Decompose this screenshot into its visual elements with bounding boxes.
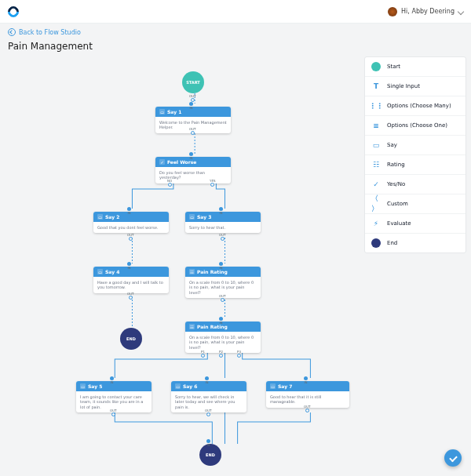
- node-title: Say 5: [88, 383, 102, 389]
- palette-glyph-icon: 〈 〉: [371, 199, 381, 209]
- port-in: IN: [219, 207, 223, 215]
- end-node-1[interactable]: END: [120, 328, 142, 350]
- port-out: OUT: [219, 233, 226, 241]
- node-title: Say 6: [183, 383, 197, 389]
- port-in: IN: [189, 102, 193, 110]
- port-no: NO: [167, 179, 172, 187]
- palette-label: Say: [387, 142, 397, 148]
- chevron-down-icon: [458, 8, 464, 14]
- say-icon: ▭: [97, 269, 103, 274]
- node-say2[interactable]: ▭Say 2 Good that you dont feel worse.: [93, 212, 169, 233]
- port-in: IN: [219, 317, 223, 325]
- palette-glyph-icon: ☷: [371, 160, 381, 169]
- palette-item-rating[interactable]: ☷Rating: [365, 155, 466, 175]
- say-icon: ▭: [80, 383, 86, 389]
- confirm-fab[interactable]: [444, 449, 462, 467]
- port-out: OUT: [189, 127, 196, 135]
- start-node[interactable]: START: [182, 71, 204, 93]
- node-say4[interactable]: ▭Say 4 Have a good day and I will talk t…: [93, 267, 169, 293]
- palette-label: End: [387, 240, 397, 246]
- back-link[interactable]: Back to Flow Studio: [0, 24, 471, 41]
- end-node-2[interactable]: END: [199, 444, 221, 466]
- port-out: OUT: [219, 294, 226, 302]
- say-icon: ▭: [189, 214, 195, 220]
- port-in: IN: [127, 207, 131, 215]
- node-body: Sorry to hear that.: [185, 222, 261, 233]
- port-in: IN: [127, 262, 131, 270]
- start-label: START: [186, 80, 200, 85]
- yesno-icon: ✓: [159, 159, 165, 165]
- palette-item-options-choose-one-[interactable]: ≡Options (Choose One): [365, 116, 466, 136]
- node-body: Have a good day and I will talk to you t…: [93, 277, 169, 293]
- palette-label: Evaluate: [387, 220, 411, 227]
- palette-item-options-choose-many-[interactable]: ⋮⋮Options (Choose Many): [365, 96, 466, 116]
- palette-item-evaluate[interactable]: ⚡Evaluate: [365, 214, 466, 234]
- node-pain-rating-2[interactable]: ☷Pain Rating On a scale from 0 to 10, wh…: [185, 322, 261, 353]
- node-say5[interactable]: ▭Say 5 I am going to contact your care t…: [76, 381, 152, 412]
- rating-icon: ☷: [189, 324, 195, 329]
- node-body: Good that you dont feel worse.: [93, 222, 169, 233]
- port-out: OUT: [205, 409, 212, 416]
- arrow-left-icon: [8, 28, 16, 36]
- palette-item-start[interactable]: Start: [365, 57, 466, 77]
- node-pain-rating-1[interactable]: ☷Pain Rating On a scale from 0 to 10, wh…: [185, 267, 261, 298]
- port-out: OUT: [127, 233, 134, 241]
- node-title: Pain Rating: [197, 269, 228, 274]
- node-title: Pain Rating: [197, 324, 228, 329]
- palette-item-yes-no[interactable]: ✓Yes/No: [365, 175, 466, 194]
- flow-canvas[interactable]: START OUT ▭Say 1 Welcome to the Pain Man…: [0, 52, 364, 476]
- palette-item-single-input[interactable]: TSingle Input: [365, 77, 466, 96]
- port-p1: P1: [201, 350, 205, 358]
- palette-label: Start: [387, 64, 400, 70]
- say-icon: ▭: [175, 383, 181, 389]
- node-title: Say 3: [197, 214, 211, 220]
- node-title: Say 1: [167, 109, 181, 114]
- palette-glyph-icon: ⚡: [371, 219, 381, 228]
- palette-glyph-icon: ▭: [371, 140, 381, 150]
- end-label: END: [206, 452, 215, 457]
- port-in: IN: [205, 376, 209, 384]
- node-body: On a scale from 0 to 10, where 0 is no p…: [185, 332, 261, 353]
- node-say3[interactable]: ▭Say 3 Sorry to hear that.: [185, 212, 261, 233]
- node-title: Feel Worse: [167, 159, 196, 165]
- say-icon: ▭: [159, 109, 165, 114]
- palette-label: Options (Choose Many): [387, 103, 451, 109]
- palette-label: Custom: [387, 201, 408, 207]
- port-in: IN: [189, 152, 193, 160]
- say-icon: ▭: [97, 214, 103, 220]
- palette-dot-icon: [371, 238, 381, 248]
- palette-glyph-icon: ≡: [371, 121, 381, 130]
- palette-dot-icon: [371, 62, 381, 71]
- say-icon: ▭: [270, 383, 276, 389]
- user-greeting: Hi, Abby Deering: [401, 8, 455, 15]
- app-logo: [5, 4, 21, 20]
- avatar: [388, 7, 397, 16]
- user-menu[interactable]: Hi, Abby Deering: [388, 7, 463, 16]
- port-out: OUT: [189, 94, 196, 102]
- palette-item-custom[interactable]: 〈 〉Custom: [365, 194, 466, 214]
- port-in: IN: [206, 439, 210, 447]
- end-label: END: [126, 336, 136, 341]
- palette-label: Rating: [387, 162, 405, 168]
- node-palette: StartTSingle Input⋮⋮Options (Choose Many…: [364, 56, 466, 253]
- palette-label: Options (Choose One): [387, 122, 447, 129]
- palette-label: Yes/No: [387, 181, 405, 187]
- palette-glyph-icon: ✓: [371, 180, 381, 189]
- palette-label: Single Input: [387, 83, 420, 89]
- port-in: IN: [304, 376, 308, 384]
- node-title: Say 7: [278, 383, 292, 389]
- palette-item-end[interactable]: End: [365, 234, 466, 253]
- port-in: IN: [219, 262, 223, 270]
- node-say6[interactable]: ▭Say 6 Sorry to hear, we will check in l…: [171, 381, 246, 412]
- page-title: Pain Management: [8, 41, 471, 52]
- node-title: Say 2: [105, 214, 119, 220]
- palette-glyph-icon: ⋮⋮: [371, 101, 381, 111]
- port-yes: YES: [210, 179, 216, 187]
- palette-item-say[interactable]: ▭Say: [365, 136, 466, 155]
- port-in: IN: [110, 376, 114, 384]
- node-title: Say 4: [105, 269, 119, 274]
- node-say7[interactable]: ▭Say 7 Good to hear that it is still man…: [266, 381, 349, 408]
- port-p3: P3: [237, 350, 241, 358]
- palette-glyph-icon: T: [371, 82, 381, 91]
- top-bar: Hi, Abby Deering: [0, 0, 471, 24]
